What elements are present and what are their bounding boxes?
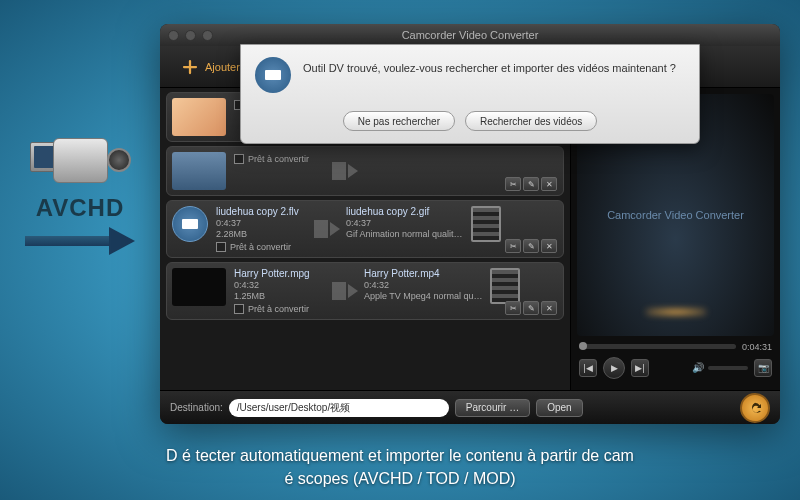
out-title: Harry Potter.mp4 <box>364 268 482 279</box>
src-size: 1.25MB <box>234 291 324 301</box>
app-window: Camcorder Video Converter Ajouter Conver… <box>160 24 780 424</box>
cut-icon[interactable]: ✂ <box>505 239 521 253</box>
titlebar: Camcorder Video Converter <box>160 24 780 46</box>
out-title: liudehua copy 2.gif <box>346 206 463 217</box>
src-title: liudehua copy 2.flv <box>216 206 306 217</box>
ready-checkbox[interactable] <box>234 154 244 164</box>
destination-field[interactable]: /Users/user/Desktop/视频 <box>229 399 449 417</box>
seek-slider[interactable] <box>579 344 736 349</box>
caption: D é tecter automatiquement et importer l… <box>0 445 800 490</box>
thumbnail <box>172 268 226 306</box>
convert-start-button[interactable] <box>740 393 770 423</box>
dv-dialog: Outil DV trouvé, voulez-vous rechercher … <box>240 44 700 144</box>
edit-icon[interactable]: ✎ <box>523 239 539 253</box>
dialog-yes-label: Rechercher des vidéos <box>480 116 582 127</box>
arrow-icon <box>332 162 356 180</box>
destination-path: /Users/user/Desktop/视频 <box>237 401 350 415</box>
browse-label: Parcourir … <box>466 402 519 413</box>
dialog-yes-button[interactable]: Rechercher des vidéos <box>465 111 597 131</box>
prev-button[interactable]: |◀ <box>579 359 597 377</box>
delete-icon[interactable]: ✕ <box>541 239 557 253</box>
caption-line1: D é tecter automatiquement et importer l… <box>0 445 800 467</box>
window-title: Camcorder Video Converter <box>160 29 780 41</box>
out-duration: 0:4:32 <box>364 280 482 290</box>
delete-icon[interactable]: ✕ <box>541 177 557 191</box>
camcorder-icon <box>38 130 123 190</box>
open-button[interactable]: Open <box>536 399 582 417</box>
avchd-label: AVCHD <box>15 194 145 222</box>
list-item[interactable]: Prêt à convertir ✂ ✎ ✕ <box>166 146 564 196</box>
footer: Destination: /Users/user/Desktop/视频 Parc… <box>160 390 780 424</box>
add-label: Ajouter <box>205 61 240 73</box>
edit-icon[interactable]: ✎ <box>523 177 539 191</box>
preview-time: 0:04:31 <box>742 342 772 352</box>
caption-line2: é scopes (AVCHD / TOD / MOD) <box>0 468 800 490</box>
plus-icon <box>180 57 200 77</box>
arrow-icon <box>332 282 356 300</box>
ready-label: Prêt à convertir <box>230 242 291 252</box>
edit-icon[interactable]: ✎ <box>523 301 539 315</box>
camcorder-badge: AVCHD <box>15 130 145 252</box>
sync-icon <box>747 400 763 416</box>
arrow-right-icon <box>25 230 135 252</box>
src-size: 2.28MB <box>216 229 306 239</box>
src-duration: 0:4:37 <box>216 218 306 228</box>
arrow-icon <box>314 220 338 238</box>
dialog-no-label: Ne pas rechercher <box>358 116 440 127</box>
film-icon <box>172 206 208 242</box>
cut-icon[interactable]: ✂ <box>505 177 521 191</box>
out-format: Gif Animation normal qualit… <box>346 229 463 239</box>
destination-label: Destination: <box>170 402 223 413</box>
play-button[interactable]: ▶ <box>603 357 625 379</box>
preview-title: Camcorder Video Converter <box>607 209 744 221</box>
browse-button[interactable]: Parcourir … <box>455 399 530 417</box>
delete-icon[interactable]: ✕ <box>541 301 557 315</box>
thumbnail <box>172 98 226 136</box>
add-button[interactable]: Ajouter <box>170 53 250 81</box>
src-duration: 0:4:32 <box>234 280 324 290</box>
dialog-message: Outil DV trouvé, voulez-vous rechercher … <box>303 57 685 76</box>
ready-checkbox[interactable] <box>234 304 244 314</box>
ready-label: Prêt à convertir <box>248 304 309 314</box>
volume-slider[interactable] <box>708 366 748 370</box>
ready-checkbox[interactable] <box>216 242 226 252</box>
out-duration: 0:4:37 <box>346 218 463 228</box>
dialog-no-button[interactable]: Ne pas rechercher <box>343 111 455 131</box>
dv-device-icon <box>255 57 291 93</box>
list-item[interactable]: Harry Potter.mpg 0:4:32 1.25MB Prêt à co… <box>166 262 564 320</box>
filmstrip-icon <box>490 268 520 304</box>
out-format: Apple TV Mpeg4 normal qu… <box>364 291 482 301</box>
filmstrip-icon <box>471 206 501 242</box>
list-item[interactable]: liudehua copy 2.flv 0:4:37 2.28MB Prêt à… <box>166 200 564 258</box>
next-button[interactable]: ▶| <box>631 359 649 377</box>
speaker-icon: 🔊 <box>692 362 704 373</box>
cut-icon[interactable]: ✂ <box>505 301 521 315</box>
thumbnail <box>172 152 226 190</box>
ready-label: Prêt à convertir <box>248 154 309 164</box>
snapshot-button[interactable]: 📷 <box>754 359 772 377</box>
open-label: Open <box>547 402 571 413</box>
src-title: Harry Potter.mpg <box>234 268 324 279</box>
